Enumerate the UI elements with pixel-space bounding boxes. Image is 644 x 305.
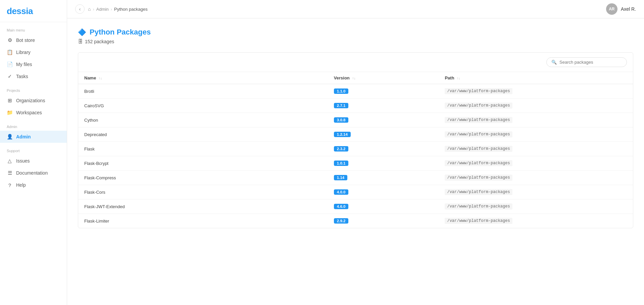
table-row: Deprecated1.2.14/var/www/platform-packag… (78, 127, 633, 142)
table-row: Flask-Limiter2.9.2/var/www/platform-pack… (78, 214, 633, 228)
sidebar-item-help[interactable]: ? Help (0, 179, 67, 191)
sidebar-item-bot-store[interactable]: ⚙ Bot store (0, 34, 67, 46)
sidebar-item-label: My files (16, 62, 32, 67)
path-value: /var/www/platform-packages (445, 88, 512, 94)
sidebar-item-label: Issues (16, 158, 30, 164)
sidebar-item-tasks[interactable]: ✓ Tasks (0, 70, 67, 82)
cell-path: /var/www/platform-packages (439, 99, 633, 113)
search-input[interactable] (559, 60, 622, 65)
tasks-icon: ✓ (7, 73, 13, 79)
path-value: /var/www/platform-packages (445, 131, 512, 137)
table-body: Brotli1.1.0/var/www/platform-packagesCai… (78, 84, 633, 228)
cell-name: CairoSVG (78, 99, 328, 113)
cell-version: 2.9.2 (328, 214, 439, 228)
sidebar: dessia Main menu ⚙ Bot store 📋 Library 📄… (0, 0, 67, 305)
path-value: /var/www/platform-packages (445, 160, 512, 166)
page-header: 🔷 Python Packages (78, 28, 633, 37)
cell-name: Cython (78, 113, 328, 127)
col-path[interactable]: Path ↑↓ (439, 72, 633, 84)
user-name: Axel R. (621, 6, 636, 12)
cell-path: /var/www/platform-packages (439, 214, 633, 228)
sidebar-item-admin[interactable]: 👤 Admin (0, 131, 67, 143)
documentation-icon: ☰ (7, 170, 13, 176)
cell-path: /var/www/platform-packages (439, 171, 633, 185)
main-menu-label: Main menu (0, 22, 67, 34)
breadcrumb-home[interactable]: ⌂ (88, 6, 91, 12)
table-row: Flask-Bcrypt1.0.1/var/www/platform-packa… (78, 156, 633, 171)
sidebar-item-label: Help (16, 182, 26, 188)
version-badge: 1.1.0 (334, 88, 349, 94)
cell-name: Flask-Compress (78, 171, 328, 185)
version-badge: 4.0.0 (334, 189, 349, 195)
sidebar-item-label: Documentation (16, 170, 48, 176)
path-value: /var/www/platform-packages (445, 175, 512, 181)
table-row: Brotli1.1.0/var/www/platform-packages (78, 84, 633, 99)
version-badge: 1.14 (334, 175, 347, 180)
sidebar-item-label: Admin (16, 134, 31, 139)
sidebar-item-documentation[interactable]: ☰ Documentation (0, 167, 67, 179)
version-badge: 3.0.8 (334, 117, 349, 123)
path-value: /var/www/platform-packages (445, 146, 512, 152)
organizations-icon: ⊞ (7, 98, 13, 104)
packages-table: Name ↑↓ Version ↑↓ Path ↑↓ Brotli1.1.0/v… (78, 72, 633, 228)
python-packages-icon: 🔷 (78, 28, 86, 36)
admin-label: Admin (0, 119, 67, 131)
cell-name: Flask (78, 142, 328, 156)
breadcrumb-sep2: › (111, 7, 112, 12)
cell-name: Flask-Limiter (78, 214, 328, 228)
sidebar-item-label: Workspaces (16, 110, 42, 115)
logo-area: dessia (0, 0, 67, 22)
col-version[interactable]: Version ↑↓ (328, 72, 439, 84)
sidebar-item-workspaces[interactable]: 📁 Workspaces (0, 107, 67, 119)
cell-name: Brotli (78, 84, 328, 99)
table-row: CairoSVG2.7.1/var/www/platform-packages (78, 99, 633, 113)
version-badge: 2.7.1 (334, 103, 349, 108)
bot-store-icon: ⚙ (7, 37, 13, 43)
projects-label: Projects (0, 82, 67, 95)
path-value: /var/www/platform-packages (445, 117, 512, 123)
table-row: Flask-Compress1.14/var/www/platform-pack… (78, 171, 633, 185)
cell-version: 2.7.1 (328, 99, 439, 113)
breadcrumb-sep: › (93, 7, 94, 12)
cell-version: 1.14 (328, 171, 439, 185)
path-value: /var/www/platform-packages (445, 203, 512, 209)
nav-back-button[interactable]: ‹ (75, 4, 85, 14)
cell-path: /var/www/platform-packages (439, 142, 633, 156)
sidebar-item-library[interactable]: 📋 Library (0, 46, 67, 58)
table-row: Flask-JWT-Extended4.6.0/var/www/platform… (78, 199, 633, 214)
sidebar-item-my-files[interactable]: 📄 My files (0, 58, 67, 70)
cell-version: 1.2.14 (328, 127, 439, 142)
breadcrumb-current: Python packages (114, 7, 148, 12)
sort-icon-path: ↑↓ (457, 77, 460, 80)
table-toolbar: 🔍 (78, 53, 633, 72)
help-icon: ? (7, 182, 13, 188)
library-icon: 📋 (7, 49, 13, 55)
page-title: Python Packages (90, 28, 151, 37)
issues-icon: △ (7, 158, 13, 164)
sidebar-item-issues[interactable]: △ Issues (0, 155, 67, 167)
search-box[interactable]: 🔍 (546, 57, 627, 67)
path-value: /var/www/platform-packages (445, 218, 512, 224)
my-files-icon: 📄 (7, 61, 13, 67)
table-row: Cython3.0.8/var/www/platform-packages (78, 113, 633, 127)
table-row: Flask-Cors4.0.0/var/www/platform-package… (78, 185, 633, 199)
sidebar-item-organizations[interactable]: ⊞ Organizations (0, 95, 67, 107)
cell-name: Deprecated (78, 127, 328, 142)
package-count: 🗄 152 packages (78, 39, 633, 44)
breadcrumb-admin[interactable]: Admin (96, 7, 109, 12)
path-value: /var/www/platform-packages (445, 103, 512, 109)
sidebar-item-label: Organizations (16, 98, 45, 103)
cell-version: 4.0.0 (328, 185, 439, 199)
path-value: /var/www/platform-packages (445, 189, 512, 195)
cell-name: Flask-Bcrypt (78, 156, 328, 171)
page-content: 🔷 Python Packages 🗄 152 packages 🔍 Name … (67, 18, 644, 305)
version-badge: 1.2.14 (334, 132, 351, 137)
package-count-icon: 🗄 (78, 39, 83, 44)
col-name[interactable]: Name ↑↓ (78, 72, 328, 84)
version-badge: 2.3.2 (334, 146, 349, 151)
workspaces-icon: 📁 (7, 110, 13, 116)
version-badge: 4.6.0 (334, 204, 349, 209)
cell-path: /var/www/platform-packages (439, 185, 633, 199)
breadcrumb: ⌂ › Admin › Python packages (88, 6, 148, 12)
sidebar-item-label: Library (16, 50, 31, 55)
